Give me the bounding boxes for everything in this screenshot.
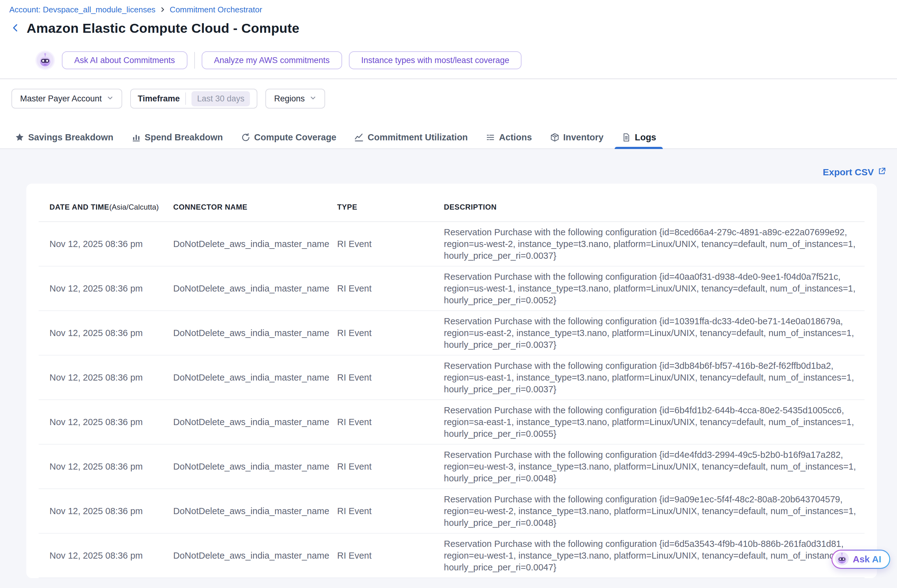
- column-header-connector-name: CONNECTOR NAME: [173, 203, 337, 211]
- refresh-icon: [241, 133, 251, 142]
- tab-commitment-utilization[interactable]: Commitment Utilization: [347, 126, 475, 148]
- row-type: RI Event: [337, 461, 444, 472]
- row-datetime: Nov 12, 2025 08:36 pm: [49, 238, 173, 250]
- app-root: Account: Devspace_all_module_licenses Co…: [0, 0, 897, 588]
- package-icon: [550, 133, 560, 142]
- row-description: Reservation Purchase with the following …: [444, 404, 874, 440]
- row-datetime: Nov 12, 2025 08:36 pm: [49, 505, 173, 517]
- row-connector-name: DoNotDelete_aws_india_master_name: [173, 327, 337, 339]
- row-datetime: Nov 12, 2025 08:36 pm: [49, 550, 173, 561]
- tab-savings-breakdown[interactable]: Savings Breakdown: [8, 126, 120, 148]
- list-icon: [485, 133, 495, 142]
- back-button[interactable]: [9, 21, 21, 35]
- table-body: Nov 12, 2025 08:36 pmDoNotDelete_aws_ind…: [26, 222, 877, 578]
- row-description: Reservation Purchase with the following …: [444, 271, 874, 306]
- table-row: Nov 12, 2025 08:36 pmDoNotDelete_aws_ind…: [26, 489, 877, 533]
- bar-chart-icon: [132, 133, 141, 142]
- ai-buttons-divider: [194, 52, 195, 69]
- export-csv-link[interactable]: Export CSV: [823, 167, 886, 177]
- row-description: Reservation Purchase with the following …: [444, 538, 874, 573]
- row-connector-name: DoNotDelete_aws_india_master_name: [173, 550, 337, 561]
- row-datetime: Nov 12, 2025 08:36 pm: [49, 283, 173, 294]
- logs-table-card: DATE AND TIME(Asia/Calcutta) CONNECTOR N…: [26, 184, 877, 578]
- row-datetime: Nov 12, 2025 08:36 pm: [49, 461, 173, 472]
- row-type: RI Event: [337, 505, 444, 517]
- row-description: Reservation Purchase with the following …: [444, 449, 874, 484]
- page-title: Amazon Elastic Compute Cloud - Compute: [27, 21, 299, 36]
- export-row: Export CSV: [0, 149, 897, 177]
- master-payer-account-dropdown[interactable]: Master Payer Account: [11, 89, 122, 108]
- tabs-bar: Savings BreakdownSpend BreakdownCompute …: [0, 126, 897, 149]
- title-row: Amazon Elastic Compute Cloud - Compute: [9, 19, 897, 37]
- timeframe-filter[interactable]: Timeframe Last 30 days: [130, 89, 257, 108]
- row-description: Reservation Purchase with the following …: [444, 315, 874, 351]
- tab-label: Savings Breakdown: [28, 132, 113, 142]
- external-link-icon: [878, 167, 886, 177]
- filters-bar: Master Payer Account Timeframe Last 30 d…: [11, 89, 897, 109]
- export-csv-label: Export CSV: [823, 167, 874, 177]
- breadcrumb: Account: Devspace_all_module_licenses Co…: [9, 5, 897, 14]
- tab-logs[interactable]: Logs: [615, 126, 663, 148]
- timeframe-value-pill: Last 30 days: [191, 91, 250, 106]
- ask-ai-about-commitments-button[interactable]: Ask AI about Commitments: [62, 51, 187, 69]
- tab-label: Spend Breakdown: [145, 132, 223, 142]
- row-datetime: Nov 12, 2025 08:36 pm: [49, 416, 173, 428]
- row-connector-name: DoNotDelete_aws_india_master_name: [173, 283, 337, 294]
- ai-robot-icon: [835, 551, 849, 567]
- timeframe-label: Timeframe: [138, 94, 180, 104]
- regions-dropdown[interactable]: Regions: [265, 89, 325, 108]
- ask-ai-fab-label: Ask AI: [853, 554, 881, 565]
- tab-label: Commitment Utilization: [367, 132, 468, 142]
- tab-compute-coverage[interactable]: Compute Coverage: [234, 126, 343, 148]
- table-row: Nov 12, 2025 08:36 pmDoNotDelete_aws_ind…: [26, 400, 877, 444]
- row-datetime: Nov 12, 2025 08:36 pm: [49, 327, 173, 339]
- table-row: Nov 12, 2025 08:36 pmDoNotDelete_aws_ind…: [26, 266, 877, 310]
- row-connector-name: DoNotDelete_aws_india_master_name: [173, 238, 337, 250]
- column-header-description: DESCRIPTION: [444, 203, 874, 211]
- tab-actions[interactable]: Actions: [479, 126, 539, 148]
- table-header-row: DATE AND TIME(Asia/Calcutta) CONNECTOR N…: [26, 184, 877, 211]
- content-area: Export CSV DATE AND TIME(Asia/Calcutta) …: [0, 149, 897, 588]
- chevron-left-icon: [11, 23, 20, 34]
- row-description: Reservation Purchase with the following …: [444, 226, 874, 261]
- row-description: Reservation Purchase with the following …: [444, 360, 874, 395]
- tab-label: Compute Coverage: [254, 132, 337, 142]
- master-payer-account-label: Master Payer Account: [20, 94, 102, 104]
- row-datetime: Nov 12, 2025 08:36 pm: [49, 371, 173, 383]
- instance-types-coverage-button[interactable]: Instance types with most/least coverage: [349, 51, 522, 69]
- chevron-down-icon: [310, 94, 317, 104]
- header-separator: [0, 78, 897, 79]
- tab-label: Inventory: [563, 132, 604, 142]
- regions-label: Regions: [274, 94, 305, 104]
- table-row: Nov 12, 2025 08:36 pmDoNotDelete_aws_ind…: [26, 356, 877, 399]
- star-icon: [15, 133, 24, 142]
- tab-label: Actions: [499, 132, 532, 142]
- document-icon: [621, 133, 631, 142]
- row-connector-name: DoNotDelete_aws_india_master_name: [173, 461, 337, 472]
- tab-inventory[interactable]: Inventory: [543, 126, 611, 148]
- breadcrumb-current-link[interactable]: Commitment Orchestrator: [170, 5, 262, 15]
- tab-spend-breakdown[interactable]: Spend Breakdown: [125, 126, 230, 148]
- row-type: RI Event: [337, 238, 444, 250]
- timeframe-divider: [185, 92, 186, 105]
- row-type: RI Event: [337, 416, 444, 428]
- breadcrumb-chevron-icon: [160, 7, 165, 12]
- ai-actions-row: Ask AI about Commitments Analyze my AWS …: [35, 48, 897, 72]
- row-connector-name: DoNotDelete_aws_india_master_name: [173, 371, 337, 383]
- breadcrumb-account-link[interactable]: Account: Devspace_all_module_licenses: [9, 5, 156, 15]
- tab-label: Logs: [635, 132, 656, 142]
- row-description: Reservation Purchase with the following …: [444, 493, 874, 528]
- ask-ai-fab[interactable]: Ask AI: [831, 550, 890, 569]
- analyze-aws-commitments-button[interactable]: Analyze my AWS commitments: [202, 51, 342, 69]
- page-header: Account: Devspace_all_module_licenses Co…: [0, 0, 897, 72]
- table-row: Nov 12, 2025 08:36 pmDoNotDelete_aws_ind…: [26, 311, 877, 355]
- chevron-down-icon: [107, 94, 113, 104]
- row-connector-name: DoNotDelete_aws_india_master_name: [173, 416, 337, 428]
- row-type: RI Event: [337, 327, 444, 339]
- column-header-type: TYPE: [337, 203, 444, 211]
- row-type: RI Event: [337, 371, 444, 383]
- table-row: Nov 12, 2025 08:36 pmDoNotDelete_aws_ind…: [26, 222, 877, 266]
- column-header-datetime: DATE AND TIME(Asia/Calcutta): [49, 203, 173, 211]
- ai-robot-avatar-icon: [35, 50, 55, 70]
- row-type: RI Event: [337, 283, 444, 294]
